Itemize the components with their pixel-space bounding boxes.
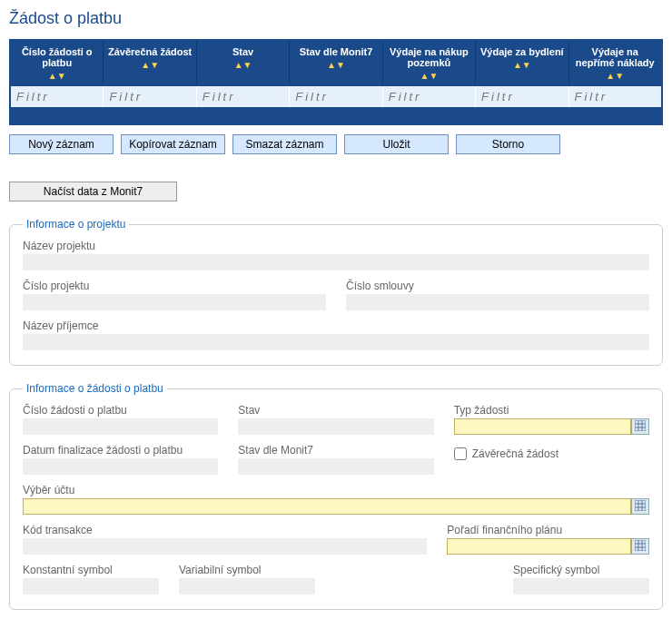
finplan-order-field[interactable] [447, 538, 631, 555]
request-number-field[interactable] [23, 418, 218, 435]
final-request-checkbox[interactable] [454, 447, 467, 460]
save-button[interactable]: Uložit [344, 134, 449, 154]
filter-input[interactable] [383, 86, 475, 107]
var-symbol-field[interactable] [179, 578, 315, 594]
data-grid: Číslo žádosti o platbu ▲▼ Závěrečná žádo… [9, 39, 663, 125]
finplan-order-picker-button[interactable] [631, 538, 649, 555]
delete-record-button[interactable]: Smazat záznam [232, 134, 337, 154]
status-monit-field[interactable] [238, 458, 433, 475]
page-title: Žádost o platbu [9, 9, 663, 28]
filter-input[interactable] [197, 86, 289, 107]
finplan-order-label: Pořadí finančního plánu [447, 524, 649, 536]
sort-icons[interactable]: ▲▼ [107, 59, 192, 70]
grid-filter-row [11, 86, 661, 107]
grid-icon [635, 540, 646, 554]
col-header-housing-exp[interactable]: Výdaje za bydlení ▲▼ [476, 41, 568, 86]
grid-header: Číslo žádosti o platbu ▲▼ Závěrečná žádo… [11, 41, 661, 86]
new-record-button[interactable]: Nový záznam [9, 134, 114, 154]
finalize-date-label: Datum finalizace žádosti o platbu [23, 444, 218, 457]
spec-symbol-label: Specifický symbol [513, 564, 649, 576]
col-header-land-exp[interactable]: Výdaje na nákup pozemků ▲▼ [383, 41, 476, 86]
svg-rect-5 [635, 500, 646, 511]
project-number-label: Číslo projektu [23, 280, 326, 292]
const-symbol-field[interactable] [23, 578, 159, 594]
sort-icons[interactable]: ▲▼ [15, 70, 99, 81]
svg-rect-10 [635, 540, 646, 551]
copy-record-button[interactable]: Kopírovat záznam [121, 134, 225, 154]
col-header-status[interactable]: Stav ▲▼ [197, 41, 290, 86]
transaction-code-field[interactable] [23, 538, 427, 555]
project-info-fieldset: Informace o projektu Název projektu Čísl… [9, 218, 663, 366]
request-type-field[interactable] [454, 418, 631, 435]
cancel-button[interactable]: Storno [456, 134, 560, 154]
status-label: Stav [238, 404, 433, 417]
grid-empty-body [11, 107, 661, 123]
project-info-legend: Informace o projektu [23, 218, 129, 231]
svg-rect-0 [635, 420, 646, 431]
grid-icon [635, 420, 646, 434]
finalize-date-field[interactable] [23, 458, 218, 475]
const-symbol-label: Konstantní symbol [23, 564, 159, 576]
sort-icons[interactable]: ▲▼ [293, 59, 378, 70]
filter-input[interactable] [104, 86, 195, 107]
col-header-status-monit[interactable]: Stav dle Monit7 ▲▼ [290, 41, 382, 86]
sort-icons[interactable]: ▲▼ [201, 59, 285, 70]
col-header-request-number[interactable]: Číslo žádosti o platbu ▲▼ [11, 41, 104, 86]
filter-input[interactable] [476, 86, 568, 107]
filter-input[interactable] [11, 86, 103, 107]
col-header-indirect-exp[interactable]: Výdaje na nepřímé náklady ▲▼ [569, 41, 661, 86]
action-button-row: Nový záznam Kopírovat záznam Smazat zázn… [9, 134, 663, 154]
final-request-label: Závěrečná žádost [472, 447, 558, 460]
contract-number-label: Číslo smlouvy [346, 280, 649, 292]
request-info-legend: Informace o žádosti o platbu [23, 382, 167, 395]
recipient-name-field[interactable] [23, 334, 649, 350]
contract-number-field[interactable] [346, 294, 649, 310]
filter-input[interactable] [569, 86, 661, 107]
account-select-picker-button[interactable] [631, 498, 649, 515]
sort-icons[interactable]: ▲▼ [387, 70, 471, 81]
var-symbol-label: Variabilní symbol [179, 564, 315, 576]
request-type-label: Typ žádosti [454, 404, 649, 417]
project-number-field[interactable] [23, 294, 326, 310]
request-number-label: Číslo žádosti o platbu [23, 404, 218, 417]
account-select-field[interactable] [23, 498, 631, 515]
grid-icon [635, 500, 646, 514]
sort-icons[interactable]: ▲▼ [573, 70, 657, 81]
sort-icons[interactable]: ▲▼ [479, 59, 564, 70]
filter-input[interactable] [290, 86, 381, 107]
project-name-label: Název projektu [23, 240, 649, 252]
status-monit-label: Stav dle Monit7 [238, 444, 433, 457]
load-monit-button[interactable]: Načíst data z Monit7 [9, 182, 177, 201]
status-field[interactable] [238, 418, 433, 435]
spec-symbol-field[interactable] [513, 578, 649, 594]
account-select-label: Výběr účtu [23, 484, 649, 496]
transaction-code-label: Kód transakce [23, 524, 427, 536]
col-header-final-request[interactable]: Závěrečná žádost ▲▼ [104, 41, 196, 86]
request-type-picker-button[interactable] [631, 418, 649, 435]
project-name-field[interactable] [23, 254, 649, 270]
request-info-fieldset: Informace o žádosti o platbu Číslo žádos… [9, 382, 663, 610]
recipient-name-label: Název příjemce [23, 319, 649, 332]
